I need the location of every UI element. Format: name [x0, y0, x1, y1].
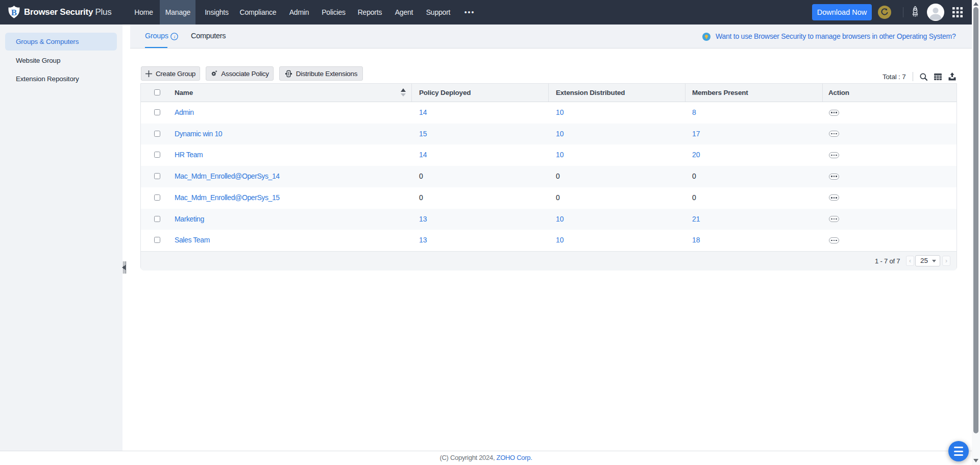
svg-text:i: i	[174, 34, 176, 39]
svg-text:B: B	[11, 8, 17, 17]
